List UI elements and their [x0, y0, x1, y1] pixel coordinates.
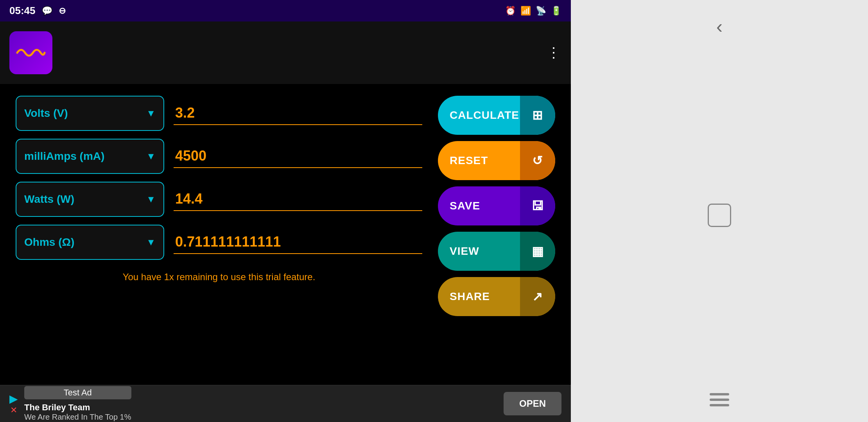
buttons-section: CALCULATE ⊞ RESET ↺ SAVE 🖫 VIEW — [438, 96, 555, 373]
milliamps-row: milliAmps (mA) ▼ — [16, 139, 422, 174]
ohms-input-wrapper — [174, 231, 422, 254]
reset-button[interactable]: RESET ↺ — [438, 141, 555, 180]
status-right: ⏰ 📶 📡 🔋 — [505, 6, 561, 16]
view-icon: ▦ — [532, 244, 544, 259]
milliamps-arrow-icon: ▼ — [146, 151, 156, 162]
ad-play-icon: ▶ — [9, 392, 18, 405]
ad-text-block: Test Ad The Briley Team We Are Ranked In… — [24, 386, 131, 422]
calculate-icon-box: ⊞ — [520, 96, 555, 135]
reset-icon: ↺ — [532, 153, 543, 168]
recents-button[interactable] — [710, 393, 729, 406]
volts-input[interactable] — [174, 102, 422, 125]
ad-open-button[interactable]: OPEN — [504, 392, 561, 415]
volts-arrow-icon: ▼ — [146, 108, 156, 119]
share-button[interactable]: SHARE ↗ — [438, 277, 555, 316]
app-header: ⋮ — [0, 21, 571, 84]
reset-icon-box: ↺ — [520, 141, 555, 180]
inputs-section: Volts (V) ▼ milliAmps (mA) ▼ Watts ( — [16, 96, 422, 373]
reset-label: RESET — [450, 154, 488, 167]
volts-row: Volts (V) ▼ — [16, 96, 422, 131]
volts-dropdown[interactable]: Volts (V) ▼ — [16, 96, 164, 131]
status-left: 05:45 💬 ⊖ — [9, 5, 66, 17]
calculate-button[interactable]: CALCULATE ⊞ — [438, 96, 555, 135]
ohms-row: Ohms (Ω) ▼ — [16, 225, 422, 260]
calculate-icon: ⊞ — [532, 108, 543, 123]
volts-input-wrapper — [174, 102, 422, 125]
minus-circle-icon: ⊖ — [59, 6, 66, 16]
time-display: 05:45 — [9, 5, 36, 17]
watts-input[interactable] — [174, 188, 422, 211]
trial-text: You have 1x remaining to use this trial … — [16, 272, 422, 283]
ohms-input[interactable] — [174, 231, 422, 254]
phone-area: 05:45 💬 ⊖ ⏰ 📶 📡 🔋 ⋮ Volts (V) ▼ — [0, 0, 571, 422]
right-sidebar: ‹ — [571, 0, 868, 422]
back-arrow-icon[interactable]: ‹ — [716, 16, 723, 37]
calculate-label: CALCULATE — [450, 109, 519, 122]
ad-close-icon: ✕ — [10, 405, 17, 415]
ad-tagline: We Are Ranked In The Top 1% — [24, 413, 131, 422]
save-icon: 🖫 — [531, 199, 544, 213]
milliamps-label: milliAmps (mA) — [24, 150, 104, 163]
watts-row: Watts (W) ▼ — [16, 182, 422, 217]
nav-line-3 — [710, 404, 729, 406]
ohms-label: Ohms (Ω) — [24, 236, 74, 249]
share-icon: ↗ — [532, 289, 543, 304]
ad-icon-wrapper: ▶ ✕ — [9, 392, 18, 415]
ad-left: ▶ ✕ Test Ad The Briley Team We Are Ranke… — [9, 386, 131, 422]
logo-wave-svg — [15, 45, 47, 61]
ohms-dropdown[interactable]: Ohms (Ω) ▼ — [16, 225, 164, 260]
watts-input-wrapper — [174, 188, 422, 211]
view-icon-box: ▦ — [520, 232, 555, 271]
main-content: Volts (V) ▼ milliAmps (mA) ▼ Watts ( — [0, 84, 571, 385]
save-label: SAVE — [450, 200, 480, 212]
nav-line-1 — [710, 393, 729, 395]
view-button[interactable]: VIEW ▦ — [438, 232, 555, 271]
watts-label: Watts (W) — [24, 193, 74, 206]
wifi-icon: 📶 — [520, 6, 531, 16]
milliamps-input[interactable] — [174, 145, 422, 168]
signal-icon: 📡 — [536, 6, 546, 16]
ad-brand: The Briley Team — [24, 402, 131, 413]
ohms-arrow-icon: ▼ — [146, 237, 156, 248]
view-label: VIEW — [450, 245, 479, 257]
app-logo — [9, 31, 52, 74]
ad-test-label: Test Ad — [24, 386, 131, 399]
milliamps-dropdown[interactable]: milliAmps (mA) ▼ — [16, 139, 164, 174]
milliamps-input-wrapper — [174, 145, 422, 168]
share-icon-box: ↗ — [520, 277, 555, 316]
watts-dropdown[interactable]: Watts (W) ▼ — [16, 182, 164, 217]
clock-icon: ⏰ — [505, 6, 516, 16]
whatsapp-icon: 💬 — [42, 6, 52, 16]
battery-icon: 🔋 — [551, 6, 561, 16]
volts-label: Volts (V) — [24, 107, 68, 120]
save-icon-box: 🖫 — [520, 186, 555, 225]
home-button[interactable] — [708, 204, 731, 227]
menu-button[interactable]: ⋮ — [547, 45, 561, 61]
nav-line-2 — [710, 399, 729, 401]
status-bar: 05:45 💬 ⊖ ⏰ 📶 📡 🔋 — [0, 0, 571, 21]
watts-arrow-icon: ▼ — [146, 194, 156, 205]
save-button[interactable]: SAVE 🖫 — [438, 186, 555, 225]
ad-banner: ▶ ✕ Test Ad The Briley Team We Are Ranke… — [0, 385, 571, 422]
share-label: SHARE — [450, 290, 490, 303]
